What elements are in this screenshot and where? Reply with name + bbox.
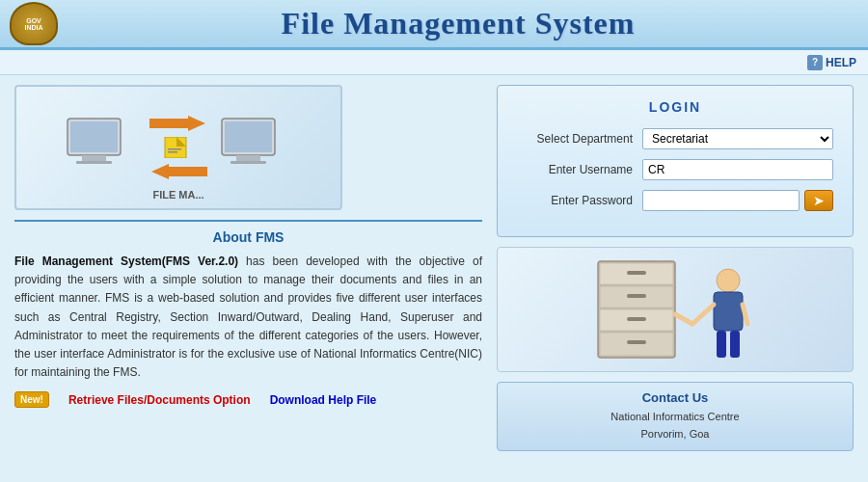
download-help-link[interactable]: Download Help File — [270, 393, 377, 407]
password-row: Enter Password ➤ — [517, 190, 833, 211]
arrow-right-icon — [149, 114, 207, 133]
username-input[interactable] — [642, 159, 833, 180]
computer-left-icon — [63, 114, 140, 181]
file-icon — [163, 137, 194, 158]
login-title: LOGIN — [517, 99, 833, 115]
banner-label: FILE MA... — [152, 189, 203, 201]
page-title: File Management System — [58, 6, 858, 41]
svg-rect-8 — [168, 151, 177, 153]
svg-rect-11 — [225, 121, 272, 152]
help-bar: ? HELP — [0, 50, 868, 75]
about-body: has been developed with the objective of… — [14, 254, 482, 379]
login-box: LOGIN Select Department Secretariat Cent… — [497, 85, 854, 237]
svg-marker-9 — [151, 164, 207, 179]
computer-right-icon — [217, 114, 294, 181]
svg-rect-2 — [82, 155, 106, 161]
svg-rect-12 — [236, 155, 260, 161]
svg-line-26 — [743, 305, 747, 324]
password-input[interactable] — [642, 190, 800, 211]
about-bold: File Management System(FMS Ver.2.0) — [14, 254, 238, 268]
svg-rect-27 — [717, 331, 726, 358]
contact-line1: National Informatics Centre — [511, 409, 839, 426]
new-badge: New! — [14, 391, 49, 408]
retrieve-link[interactable]: Retrieve Files/Documents Option — [68, 393, 251, 407]
about-title: About FMS — [14, 229, 482, 245]
banner-image: FILE MA... — [14, 85, 342, 210]
bottom-links: New! Retrieve Files/Documents Option Dow… — [14, 391, 482, 408]
department-row: Select Department Secretariat Central Re… — [517, 128, 833, 149]
help-icon: ? — [807, 55, 823, 70]
cabinet-svg — [579, 252, 772, 367]
username-row: Enter Username — [517, 159, 833, 180]
svg-rect-5 — [165, 137, 186, 158]
username-label: Enter Username — [517, 163, 633, 176]
contact-box: Contact Us National Informatics Centre P… — [497, 382, 854, 451]
svg-rect-20 — [627, 294, 646, 298]
svg-rect-13 — [231, 161, 266, 164]
department-label: Select Department — [517, 132, 633, 146]
svg-point-23 — [717, 269, 740, 292]
cabinet-illustration — [497, 247, 854, 372]
department-select[interactable]: Secretariat Central Registry Section Inw… — [642, 128, 833, 149]
main-content: FILE MA... About FMS File Management Sys… — [0, 75, 868, 482]
svg-rect-22 — [627, 340, 646, 344]
login-submit-button[interactable]: ➤ — [804, 190, 833, 211]
svg-rect-19 — [627, 271, 646, 275]
right-panel: LOGIN Select Department Secretariat Cent… — [497, 85, 854, 472]
svg-marker-4 — [149, 116, 205, 131]
arrow-left-icon — [149, 162, 207, 181]
contact-info: National Informatics Centre Porvorim, Go… — [511, 409, 839, 442]
svg-line-29 — [675, 314, 692, 324]
left-panel: FILE MA... About FMS File Management Sys… — [14, 85, 482, 472]
header: GOVINDIA File Management System — [0, 0, 868, 50]
svg-line-25 — [692, 305, 714, 324]
about-section: About FMS File Management System(FMS Ver… — [14, 220, 482, 382]
svg-rect-3 — [76, 161, 112, 164]
about-text: File Management System(FMS Ver.2.0) has … — [14, 253, 482, 382]
svg-rect-1 — [70, 121, 118, 152]
svg-rect-7 — [168, 148, 181, 150]
svg-rect-21 — [627, 317, 646, 321]
emblem-logo: GOVINDIA — [10, 2, 58, 45]
password-label: Enter Password — [517, 194, 633, 207]
contact-line2: Porvorim, Goa — [511, 426, 839, 443]
contact-title: Contact Us — [511, 390, 839, 405]
svg-rect-24 — [714, 292, 743, 331]
help-link[interactable]: ? HELP — [807, 55, 856, 70]
svg-rect-28 — [730, 331, 740, 358]
